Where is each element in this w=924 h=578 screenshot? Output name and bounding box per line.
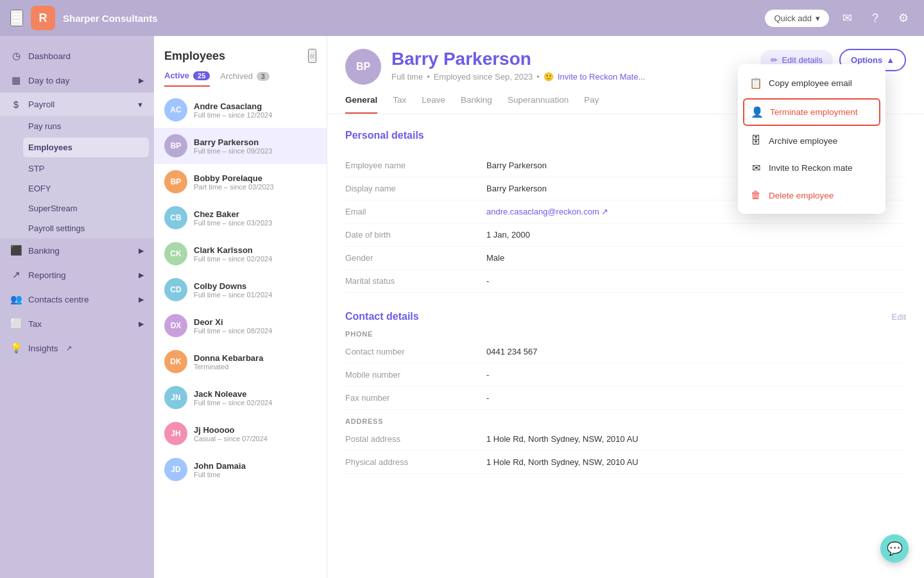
field-value: 0441 234 567	[486, 347, 906, 356]
employee-list-item[interactable]: CB Chez Baker Full time – since 03/2023	[154, 200, 327, 236]
employee-list-item[interactable]: BP Barry Parkerson Full time – since 09/…	[154, 128, 327, 164]
employee-info: Colby Downs Full time – since 01/2024	[194, 281, 316, 299]
sidebar-item-tax[interactable]: ⬜ Tax ▶	[0, 311, 154, 336]
employee-list-item[interactable]: BP Bobby Porelaque Part time – since 03/…	[154, 164, 327, 200]
tab-general[interactable]: General	[345, 95, 377, 114]
copy-email-icon: 📋	[749, 77, 762, 89]
employee-name: Chez Baker	[194, 209, 316, 219]
employee-info: Donna Kebarbara Terminated	[194, 353, 316, 371]
tab-pay[interactable]: Pay	[584, 95, 599, 114]
sidebar-item-reporting[interactable]: ↗ Reporting ▶	[0, 263, 154, 287]
employee-status: Full time – since 03/2023	[194, 219, 316, 227]
sidebar-item-contacts-centre[interactable]: 👥 Contacts centre ▶	[0, 287, 154, 311]
sidebar-item-eofy[interactable]: EOFY	[0, 179, 154, 198]
dropdown-item-terminate[interactable]: 👤 Terminate employment	[743, 98, 880, 126]
employee-list-item[interactable]: AC Andre Casaclang Full time – since 12/…	[154, 92, 327, 128]
employee-info: Chez Baker Full time – since 03/2023	[194, 209, 316, 227]
phone-fields: Contact number 0441 234 567 Mobile numbe…	[345, 340, 906, 410]
employee-status: Full time – since 02/2024	[194, 399, 316, 407]
sidebar-item-banking[interactable]: ⬛ Banking ▶	[0, 238, 154, 263]
employee-status: Full time – since 08/2024	[194, 327, 316, 335]
calendar-icon: ▦	[10, 74, 22, 86]
field-label: Mobile number	[345, 370, 486, 380]
employee-info: Andre Casaclang Full time – since 12/202…	[194, 101, 316, 119]
edit-contact-link[interactable]: Edit	[892, 312, 906, 322]
dropdown-label: Terminate employment	[770, 107, 858, 117]
tab-active[interactable]: Active 25	[164, 71, 210, 87]
dropdown-item-delete[interactable]: 🗑 Delete employee	[738, 182, 886, 209]
sidebar-item-dashboard[interactable]: ◷ Dashboard	[0, 44, 154, 68]
settings-icon[interactable]: ⚙	[893, 8, 914, 28]
employee-status: Full time	[194, 471, 316, 478]
archive-icon: 🗄	[749, 135, 762, 146]
employee-list-item[interactable]: JH Jj Hooooo Casual – since 07/2024	[154, 416, 327, 451]
employee-status: Full time – since 02/2024	[194, 255, 316, 263]
invite-icon: ✉	[749, 162, 762, 174]
employee-list-item[interactable]: CK Clark Karlsson Full time – since 02/2…	[154, 236, 327, 272]
reporting-icon: ↗	[10, 269, 22, 281]
field-row: Physical address 1 Hole Rd, North Sydney…	[345, 451, 906, 474]
sidebar-item-payroll-settings[interactable]: Payroll settings	[0, 218, 154, 238]
employee-list-item[interactable]: DX Deor Xi Full time – since 08/2024	[154, 308, 327, 344]
field-row: Contact number 0441 234 567	[345, 340, 906, 363]
sidebar-item-superstream[interactable]: SuperStream	[0, 198, 154, 218]
employee-list-item[interactable]: DK Donna Kebarbara Terminated	[154, 344, 327, 380]
employee-list-item[interactable]: JN Jack Noleave Full time – since 02/202…	[154, 380, 327, 416]
tab-archived[interactable]: Archived 3	[220, 71, 270, 86]
dropdown-label: Invite to Reckon mate	[769, 163, 853, 173]
tab-banking[interactable]: Banking	[461, 95, 492, 114]
dropdown-item-invite[interactable]: ✉ Invite to Reckon mate	[738, 154, 886, 182]
dropdown-label: Archive employee	[769, 136, 837, 146]
field-row: Gender Male	[345, 247, 906, 270]
tab-tax[interactable]: Tax	[393, 95, 406, 114]
company-name: Sharper Consultants	[63, 13, 757, 24]
chevron-right-icon-tax: ▶	[139, 320, 144, 328]
chevron-right-icon-reporting: ▶	[139, 271, 144, 279]
employee-info: Jack Noleave Full time – since 02/2024	[194, 389, 316, 407]
dropdown-item-copy-email[interactable]: 📋 Copy employee email	[738, 69, 886, 97]
tab-superannuation[interactable]: Superannuation	[508, 95, 569, 114]
dropdown-item-archive[interactable]: 🗄 Archive employee	[738, 127, 886, 154]
field-row: Date of birth 1 Jan, 2000	[345, 223, 906, 247]
collapse-panel-button[interactable]: «	[308, 49, 316, 63]
options-dropdown-menu: 📋 Copy employee email 👤 Terminate employ…	[738, 64, 886, 214]
tab-leave[interactable]: Leave	[422, 95, 445, 114]
field-row: Postal address 1 Hole Rd, North Sydney, …	[345, 428, 906, 451]
sidebar-item-insights[interactable]: 💡 Insights ↗	[0, 336, 154, 360]
dashboard-icon: ◷	[10, 50, 22, 62]
invite-to-reckon-link[interactable]: Invite to Reckon Mate...	[558, 72, 646, 82]
field-label: Physical address	[345, 457, 486, 467]
sidebar-item-pay-runs[interactable]: Pay runs	[0, 116, 154, 136]
employee-name: John Damaia	[194, 461, 316, 471]
field-value: 1 Hole Rd, North Sydney, NSW, 2010 AU	[486, 434, 906, 444]
field-label: Fax number	[345, 393, 486, 403]
avatar: JD	[164, 458, 187, 481]
help-icon[interactable]: ?	[865, 8, 886, 28]
insights-icon: 💡	[10, 342, 22, 354]
avatar: CB	[164, 206, 187, 229]
avatar: DX	[164, 314, 187, 337]
field-value: -	[486, 393, 906, 403]
employee-list-item[interactable]: JD John Damaia Full time	[154, 451, 327, 487]
mail-icon[interactable]: ✉	[837, 8, 857, 28]
employee-list-item[interactable]: CD Colby Downs Full time – since 01/2024	[154, 272, 327, 308]
chevron-right-icon-contacts: ▶	[139, 295, 144, 304]
chat-bubble[interactable]: 💬	[880, 534, 909, 563]
sidebar: ◷ Dashboard ▦ Day to day ▶ $ Payroll ▼ P…	[0, 36, 154, 578]
employee-status: Full time – since 12/2024	[194, 111, 316, 119]
topbar-right: Quick add ▾ ✉ ? ⚙	[765, 8, 914, 28]
employee-tabs-row: Active 25 Archived 3	[154, 63, 327, 87]
sidebar-item-employees[interactable]: Employees	[23, 137, 149, 157]
field-value: -	[486, 370, 906, 380]
sidebar-item-payroll[interactable]: $ Payroll ▼	[0, 92, 154, 116]
sidebar-item-day-to-day[interactable]: ▦ Day to day ▶	[0, 68, 154, 92]
field-label: Display name	[345, 184, 486, 193]
address-label: ADDRESS	[345, 417, 906, 425]
terminate-icon: 👤	[751, 106, 764, 118]
chevron-right-icon: ▶	[139, 76, 144, 85]
employee-info: Barry Parkerson Full time – since 09/202…	[194, 137, 316, 155]
quick-add-button[interactable]: Quick add ▾	[765, 10, 829, 27]
menu-icon[interactable]: ☰	[10, 10, 23, 26]
employee-panel-title: Employees	[164, 49, 225, 63]
sidebar-item-stp[interactable]: STP	[0, 159, 154, 179]
